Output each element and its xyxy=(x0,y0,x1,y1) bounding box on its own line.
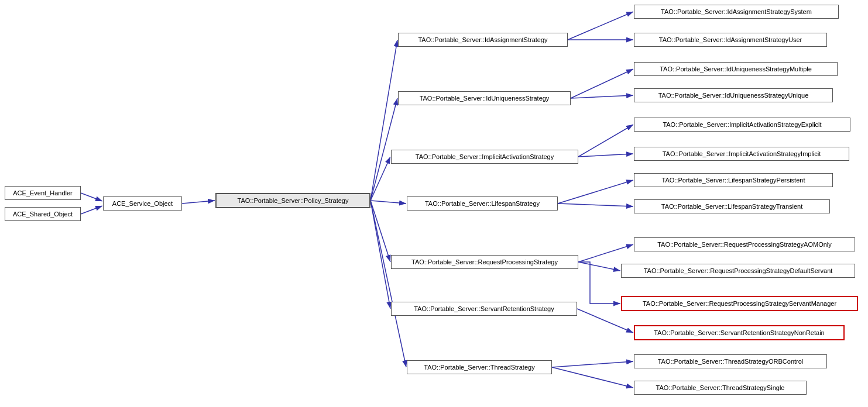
svg-line-18 xyxy=(558,204,633,206)
svg-line-20 xyxy=(578,262,620,271)
node-id_uniqueness_multiple[interactable]: TAO::Portable_Server::IdUniquenessStrate… xyxy=(634,62,838,76)
svg-line-3 xyxy=(182,201,215,204)
node-implicit_activation_strategy[interactable]: TAO::Portable_Server::ImplicitActivation… xyxy=(391,150,578,164)
node-id_assignment_system[interactable]: TAO::Portable_Server::IdAssignmentStrate… xyxy=(634,5,839,19)
node-rp_aom_only[interactable]: TAO::Portable_Server::RequestProcessingS… xyxy=(634,237,855,251)
node-id_uniqueness_unique[interactable]: TAO::Portable_Server::IdUniquenessStrate… xyxy=(634,88,833,102)
node-sr_non_retain[interactable]: TAO::Portable_Server::ServantRetentionSt… xyxy=(634,325,845,340)
svg-line-22 xyxy=(552,361,633,367)
node-ace_shared_object[interactable]: ACE_Shared_Object xyxy=(5,207,81,221)
node-thread_single[interactable]: TAO::Portable_Server::ThreadStrategySing… xyxy=(634,381,807,395)
svg-line-14 xyxy=(571,95,633,98)
svg-line-4 xyxy=(370,40,397,201)
node-thread_orb_control[interactable]: TAO::Portable_Server::ThreadStrategyORBC… xyxy=(634,354,827,368)
node-implicit_activation_implicit[interactable]: TAO::Portable_Server::ImplicitActivation… xyxy=(634,147,849,161)
svg-line-21 xyxy=(577,309,633,333)
node-rp_servant_manager[interactable]: TAO::Portable_Server::RequestProcessingS… xyxy=(621,296,858,311)
svg-line-13 xyxy=(571,69,633,98)
svg-line-10 xyxy=(370,201,406,367)
svg-line-23 xyxy=(552,367,633,388)
svg-line-7 xyxy=(370,201,406,204)
svg-line-1 xyxy=(81,193,102,201)
node-lifespan_strategy[interactable]: TAO::Portable_Server::LifespanStrategy xyxy=(407,196,558,211)
node-ace_service_object[interactable]: ACE_Service_Object xyxy=(103,196,182,211)
node-id_assignment_strategy[interactable]: TAO::Portable_Server::IdAssignmentStrate… xyxy=(398,33,568,47)
svg-line-2 xyxy=(81,206,102,214)
node-rp_default_servant[interactable]: TAO::Portable_Server::RequestProcessingS… xyxy=(621,264,855,278)
node-ace_event_handler[interactable]: ACE_Event_Handler xyxy=(5,186,81,200)
node-thread_strategy[interactable]: TAO::Portable_Server::ThreadStrategy xyxy=(407,360,552,374)
svg-line-16 xyxy=(578,154,633,157)
node-id_uniqueness_strategy[interactable]: TAO::Portable_Server::IdUniquenessStrate… xyxy=(398,91,571,105)
node-request_processing_strategy[interactable]: TAO::Portable_Server::RequestProcessingS… xyxy=(391,255,578,269)
node-servant_retention_strategy[interactable]: TAO::Portable_Server::ServantRetentionSt… xyxy=(391,302,577,316)
svg-line-17 xyxy=(558,180,633,204)
svg-line-15 xyxy=(578,125,633,157)
node-id_assignment_user[interactable]: TAO::Portable_Server::IdAssignmentStrate… xyxy=(634,33,827,47)
node-implicit_activation_explicit[interactable]: TAO::Portable_Server::ImplicitActivation… xyxy=(634,118,850,132)
svg-line-9 xyxy=(370,201,390,309)
svg-line-11 xyxy=(568,12,633,40)
node-lifespan_persistent[interactable]: TAO::Portable_Server::LifespanStrategyPe… xyxy=(634,173,833,187)
diagram-container: ACE_Event_HandlerACE_Shared_ObjectACE_Se… xyxy=(0,0,868,407)
node-policy_strategy[interactable]: TAO::Portable_Server::Policy_Strategy xyxy=(215,193,370,208)
svg-line-19 xyxy=(578,244,633,262)
node-lifespan_transient[interactable]: TAO::Portable_Server::LifespanStrategyTr… xyxy=(634,199,830,213)
